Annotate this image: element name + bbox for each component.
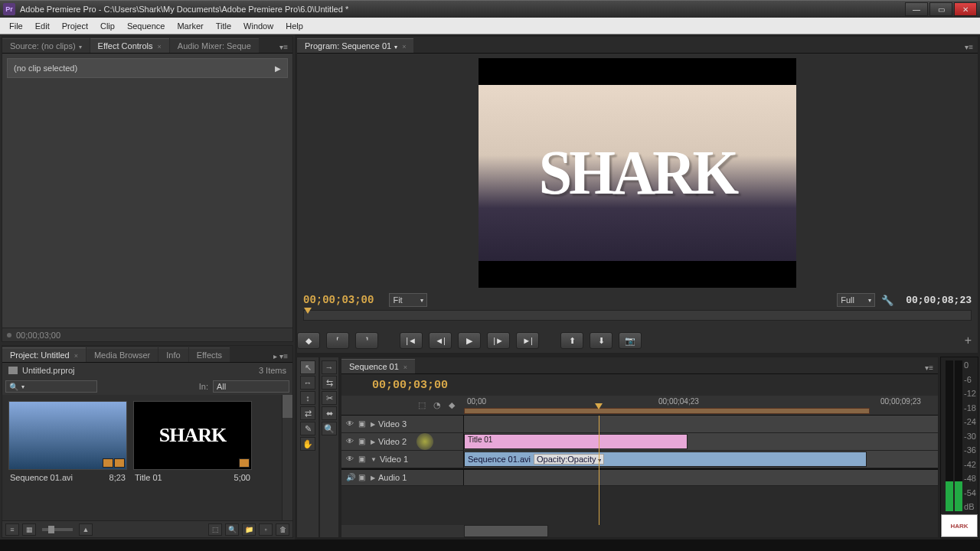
add-control-button[interactable]: + bbox=[965, 334, 972, 347]
sort-button[interactable]: ▲ bbox=[79, 523, 93, 536]
track-lane-v1[interactable]: Sequence 01.avi Opacity:Opacity▾ bbox=[464, 451, 938, 468]
panel-menu-icon[interactable]: ▾≡ bbox=[920, 362, 938, 373]
timeline-ruler[interactable]: 00;00 00;00;04;23 00;00;09;23 bbox=[464, 396, 938, 415]
step-back-button[interactable]: ◄| bbox=[429, 332, 452, 349]
expand-icon[interactable]: ▶ bbox=[275, 64, 281, 73]
tab-info[interactable]: Info bbox=[158, 347, 188, 362]
chevron-down-icon[interactable]: ▾ bbox=[79, 44, 82, 51]
effect-controls-timecode[interactable]: 00;00;03;00 bbox=[16, 331, 60, 340]
chevron-down-icon[interactable]: ▾ bbox=[394, 44, 397, 51]
panel-menu-icon[interactable]: ▾≡ bbox=[960, 41, 978, 53]
menu-window[interactable]: Window bbox=[237, 20, 279, 32]
toggle-track-output-icon[interactable]: 👁 bbox=[346, 455, 355, 464]
delete-button[interactable]: 🗑 bbox=[276, 523, 289, 536]
menu-clip[interactable]: Clip bbox=[94, 20, 121, 32]
menu-project[interactable]: Project bbox=[56, 20, 94, 32]
work-area-bar[interactable] bbox=[464, 408, 870, 414]
razor-tool[interactable]: ✂ bbox=[322, 391, 337, 405]
collapse-track-icon[interactable]: ▶ bbox=[371, 474, 375, 481]
ripple-edit-tool[interactable]: ↔ bbox=[300, 376, 315, 390]
timeline-clip-video[interactable]: Sequence 01.avi Opacity:Opacity▾ bbox=[464, 452, 867, 467]
tab-media-browser[interactable]: Media Browser bbox=[87, 347, 158, 362]
track-name[interactable]: Video 2 bbox=[378, 437, 459, 446]
track-select-tool[interactable]: → bbox=[322, 360, 337, 374]
project-search-input[interactable]: 🔍▾ bbox=[5, 380, 97, 393]
close-tab-icon[interactable]: × bbox=[158, 43, 162, 51]
icon-view-button[interactable]: ▦ bbox=[22, 523, 36, 536]
panel-menu-icon[interactable]: ▸ ▾≡ bbox=[269, 350, 292, 362]
minimize-button[interactable]: — bbox=[905, 2, 928, 16]
add-marker-button[interactable]: ◆ bbox=[297, 332, 320, 349]
linked-selection-button[interactable]: ◔ bbox=[433, 400, 444, 411]
slip-tool[interactable]: ⇄ bbox=[300, 406, 315, 420]
snap-button[interactable]: ⬚ bbox=[418, 400, 429, 411]
selection-tool[interactable]: ↖ bbox=[300, 360, 315, 374]
menu-title[interactable]: Title bbox=[210, 20, 237, 32]
list-view-button[interactable]: ≡ bbox=[5, 523, 19, 536]
panel-menu-icon[interactable]: ▾≡ bbox=[275, 41, 292, 53]
collapse-track-icon[interactable]: ▶ bbox=[371, 421, 375, 428]
settings-icon[interactable]: 🔧 bbox=[881, 295, 893, 306]
clip-item-title[interactable]: SHARK Title 01 5;00 bbox=[133, 401, 252, 514]
toggle-sync-lock-icon[interactable]: ▣ bbox=[358, 419, 368, 429]
toggle-track-output-icon[interactable]: 👁 bbox=[346, 437, 355, 446]
zoom-fit-select[interactable]: Fit▾ bbox=[389, 293, 427, 307]
timeline-clip-title[interactable]: Title 01 bbox=[464, 434, 688, 449]
mark-in-button[interactable]: ⸢ bbox=[326, 332, 349, 349]
lift-button[interactable]: ⬆ bbox=[560, 332, 583, 349]
menu-help[interactable]: Help bbox=[279, 20, 309, 32]
track-lane-v3[interactable] bbox=[464, 416, 938, 432]
track-name[interactable]: Video 1 bbox=[380, 455, 459, 464]
clip-thumbnail[interactable] bbox=[8, 401, 127, 470]
tab-source[interactable]: Source: (no clips)▾ bbox=[2, 38, 90, 53]
slide-tool[interactable]: ⬌ bbox=[322, 406, 337, 420]
tab-effects[interactable]: Effects bbox=[189, 347, 230, 362]
export-frame-button[interactable]: 📷 bbox=[619, 332, 642, 349]
playhead-line[interactable] bbox=[599, 416, 599, 525]
hand-tool[interactable]: ✋ bbox=[300, 437, 315, 451]
pen-tool[interactable]: ✎ bbox=[300, 422, 315, 435]
timeline-timecode[interactable]: 00;00;03;00 bbox=[372, 379, 448, 392]
tab-audio-mixer[interactable]: Audio Mixer: Seque bbox=[170, 38, 259, 53]
tab-effect-controls[interactable]: Effect Controls× bbox=[90, 38, 169, 53]
rate-stretch-tool[interactable]: ↕ bbox=[300, 391, 315, 405]
close-button[interactable]: ✕ bbox=[954, 2, 977, 16]
step-forward-button[interactable]: |► bbox=[487, 332, 510, 349]
track-name[interactable]: Video 3 bbox=[378, 419, 459, 429]
automate-button[interactable]: ⬚ bbox=[208, 523, 222, 536]
track-name[interactable]: Audio 1 bbox=[378, 473, 459, 482]
track-lane-v2[interactable]: Title 01 bbox=[464, 433, 938, 450]
close-tab-icon[interactable]: × bbox=[74, 352, 78, 360]
tab-timeline-sequence[interactable]: Sequence 01× bbox=[341, 359, 415, 373]
clip-thumbnail[interactable]: SHARK bbox=[133, 401, 252, 470]
zoom-tool[interactable]: 🔍 bbox=[322, 422, 337, 435]
playhead-icon[interactable] bbox=[304, 308, 312, 314]
go-to-in-button[interactable]: |◄ bbox=[400, 332, 423, 349]
maximize-button[interactable]: ▭ bbox=[929, 2, 952, 16]
new-bin-button[interactable]: 📁 bbox=[242, 523, 256, 536]
toggle-sync-lock-icon[interactable]: ▣ bbox=[358, 473, 368, 482]
tab-project[interactable]: Project: Untitled× bbox=[2, 347, 86, 362]
clip-item-sequence[interactable]: Sequence 01.avi 8;23 bbox=[8, 401, 127, 514]
tab-program[interactable]: Program: Sequence 01▾× bbox=[297, 38, 413, 53]
program-scrubber[interactable] bbox=[303, 310, 972, 321]
new-item-button[interactable]: ▫ bbox=[259, 523, 273, 536]
clip-opacity-dropdown[interactable]: Opacity:Opacity▾ bbox=[534, 454, 604, 465]
program-timecode[interactable]: 00;00;03;00 bbox=[303, 294, 374, 306]
find-button[interactable]: 🔍 bbox=[225, 523, 239, 536]
mark-out-button[interactable]: ⸣ bbox=[355, 332, 378, 349]
close-tab-icon[interactable]: × bbox=[402, 43, 406, 51]
toggle-sync-lock-icon[interactable]: ▣ bbox=[358, 455, 368, 464]
close-tab-icon[interactable]: × bbox=[403, 364, 407, 371]
resolution-select[interactable]: Full▾ bbox=[837, 293, 875, 307]
menu-sequence[interactable]: Sequence bbox=[121, 20, 172, 32]
search-dropdown-icon[interactable]: ▾ bbox=[21, 383, 24, 390]
toggle-track-output-icon[interactable]: 🔊 bbox=[346, 473, 355, 482]
track-lane-a1[interactable] bbox=[464, 470, 938, 485]
thumbnail-zoom-slider[interactable] bbox=[42, 528, 73, 531]
rolling-edit-tool[interactable]: ⇆ bbox=[322, 376, 337, 390]
go-to-out-button[interactable]: ►| bbox=[516, 332, 539, 349]
program-video-preview[interactable]: SHARK bbox=[479, 58, 796, 288]
toggle-track-output-icon[interactable]: 👁 bbox=[346, 419, 355, 429]
menu-edit[interactable]: Edit bbox=[29, 20, 56, 32]
